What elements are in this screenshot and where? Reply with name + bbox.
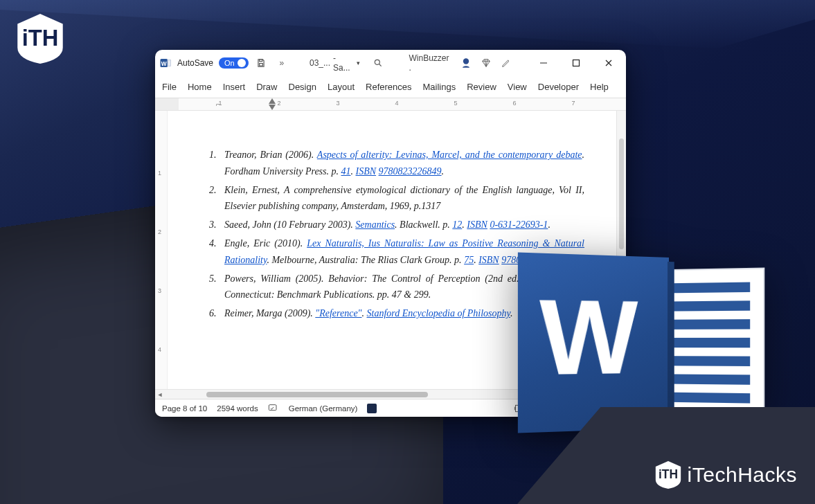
vruler-num: 3	[158, 287, 161, 294]
svg-rect-8	[573, 60, 579, 66]
ref-link[interactable]: "Reference"	[315, 308, 361, 318]
ruler-num: 3	[336, 100, 339, 107]
status-macro-icon[interactable]	[367, 404, 377, 413]
autosave-toggle[interactable]: On	[219, 57, 249, 69]
tab-help[interactable]: Help	[590, 80, 609, 93]
toggle-knob	[238, 59, 246, 67]
ruler-num: 5	[454, 100, 457, 107]
ref-text: Saeed, John (10 February 2003).	[224, 219, 355, 230]
ref-text: .	[548, 219, 550, 230]
minimize-button[interactable]	[530, 53, 557, 73]
svg-rect-9	[269, 404, 276, 410]
reference-number: 6.	[209, 305, 224, 322]
svg-rect-5	[260, 64, 263, 66]
ref-link[interactable]: Aspects of alterity: Levinas, Marcel, an…	[317, 150, 582, 160]
ruler-num: 4	[395, 100, 398, 107]
horizontal-ruler[interactable]: ⌐ 1 2 3 4 5 6 7	[155, 98, 626, 111]
tab-review[interactable]: Review	[467, 80, 496, 93]
maximize-button[interactable]	[562, 53, 589, 73]
ref-link[interactable]: Stanford Encyclopedia of Philosophy	[367, 308, 511, 318]
itechhacks-badge-top: iTH	[15, 14, 65, 64]
document-title[interactable]: 03_... - Sa... ▾	[310, 53, 360, 73]
tab-insert[interactable]: Insert	[223, 80, 246, 93]
svg-text:iTH: iTH	[22, 25, 59, 51]
account-name[interactable]: WinBuzzer .	[409, 53, 453, 73]
ruler-num: 1	[218, 100, 222, 107]
autosave-state: On	[224, 59, 235, 67]
ref-text: Klein, Ernest,	[224, 185, 284, 195]
ruler-num: 7	[571, 100, 575, 107]
scroll-left-icon[interactable]: ◄	[155, 391, 165, 398]
svg-rect-3	[168, 60, 171, 66]
pen-icon[interactable]	[499, 55, 514, 71]
hscroll-thumb[interactable]	[206, 392, 428, 397]
autosave-label: AutoSave	[177, 58, 213, 68]
ref-text: .	[442, 166, 445, 177]
diamond-icon[interactable]	[478, 55, 493, 71]
svg-point-7	[463, 58, 469, 64]
ref-page-link[interactable]: 75	[464, 255, 474, 265]
reference-number: 2.	[209, 182, 224, 215]
status-words[interactable]: 2594 words	[217, 404, 258, 413]
indent-marker-top[interactable]	[269, 98, 276, 104]
ref-text: A comprehensive etymological dictionary …	[284, 185, 553, 195]
brand-text: iTechHacks	[688, 463, 797, 487]
save-icon[interactable]	[254, 55, 269, 71]
ref-text: . Melbourne, Australia: The Rlias Clark …	[267, 255, 464, 265]
svg-text:iTH: iTH	[659, 467, 678, 481]
svg-rect-4	[260, 60, 262, 62]
word-app-icon: W	[159, 57, 172, 69]
ref-page-link[interactable]: 41	[341, 166, 351, 177]
vruler-num: 1	[158, 170, 161, 177]
svg-point-6	[375, 60, 380, 64]
ref-text: .	[362, 308, 367, 318]
status-language[interactable]: German (Germany)	[289, 404, 358, 413]
tab-developer[interactable]: Developer	[538, 80, 579, 93]
ref-isbn-value[interactable]: 0-631-22693-1	[490, 219, 548, 230]
doc-name-left: 03_...	[310, 58, 330, 68]
close-button[interactable]	[595, 53, 622, 73]
scrollbar-thumb[interactable]	[619, 138, 624, 249]
ref-isbn-label[interactable]: ISBN	[356, 166, 377, 177]
reference-number: 3.	[209, 217, 224, 233]
tab-layout[interactable]: Layout	[328, 80, 355, 93]
doc-name-right: - Sa...	[333, 53, 354, 73]
reference-body: Saeed, John (10 February 2003). Semantic…	[224, 217, 584, 233]
tab-design[interactable]: Design	[289, 80, 316, 93]
reference-number: 1.	[209, 147, 224, 180]
itechhacks-brand-bottom: iTH iTechHacks	[654, 461, 797, 489]
ruler-num: 2	[277, 100, 280, 107]
vertical-ruler[interactable]: 1 2 3 4	[155, 111, 168, 389]
tab-file[interactable]: File	[162, 80, 177, 93]
indent-marker-bottom[interactable]	[269, 105, 276, 110]
search-icon[interactable]	[371, 55, 386, 71]
ref-page-link[interactable]: 12	[452, 219, 462, 230]
status-page[interactable]: Page 8 of 10	[162, 404, 207, 413]
svg-text:W: W	[161, 61, 167, 67]
reference-number: 5.	[209, 271, 224, 304]
ref-link[interactable]: Semantics	[355, 219, 395, 230]
account-avatar-icon[interactable]	[459, 56, 473, 70]
ref-isbn-value[interactable]: 9780823226849	[379, 166, 442, 177]
ribbon-tabs: File Home Insert Draw Design Layout Refe…	[155, 76, 626, 98]
ref-text: . Blackwell. p.	[395, 219, 452, 230]
ref-isbn-label[interactable]: ISBN	[478, 255, 499, 265]
tab-draw[interactable]: Draw	[256, 80, 277, 93]
reference-body: Treanor, Brian (2006). Aspects of alteri…	[224, 147, 584, 180]
status-spellcheck[interactable]	[268, 404, 279, 413]
vruler-num: 2	[158, 228, 161, 235]
tab-references[interactable]: References	[366, 80, 411, 93]
ref-text: Reimer, Marga (2009).	[224, 308, 315, 318]
ref-isbn-label[interactable]: ISBN	[467, 219, 487, 230]
word-logo-w: W	[539, 283, 634, 391]
ruler-num: 6	[512, 100, 516, 107]
overflow-icon[interactable]: »	[274, 55, 289, 71]
ref-text: .	[351, 166, 356, 177]
tab-view[interactable]: View	[508, 80, 527, 93]
reference-body: Klein, Ernest, A comprehensive etymologi…	[224, 182, 584, 215]
reference-item: 3.Saeed, John (10 February 2003). Semant…	[209, 217, 584, 233]
tab-home[interactable]: Home	[188, 80, 212, 93]
tab-mailings[interactable]: Mailings	[423, 80, 456, 93]
itechhacks-shield-icon: iTH	[654, 461, 682, 489]
titlebar: W AutoSave On » 03_... - Sa... ▾ WinBuzz…	[155, 50, 626, 76]
